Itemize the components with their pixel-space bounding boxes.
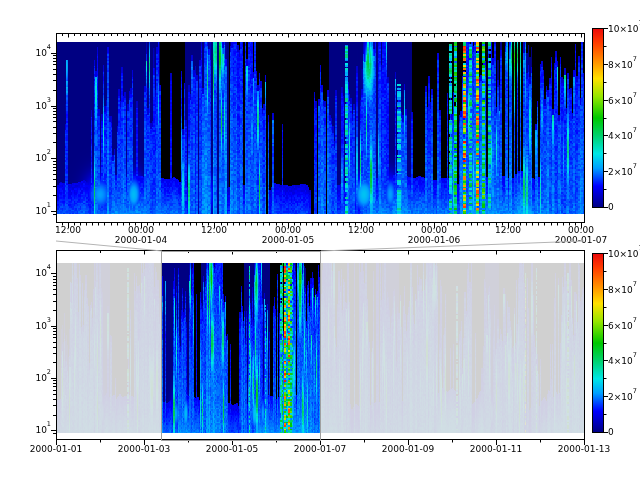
bottom-x-date-label: 2000-01-01 bbox=[30, 444, 82, 454]
top-x-time-label: 00:00 bbox=[128, 225, 154, 235]
bottom-x-date-label: 2000-01-03 bbox=[118, 444, 170, 454]
bottom-x-date-label: 2000-01-13 bbox=[558, 444, 610, 454]
bottom-x-date-label: 2000-01-05 bbox=[206, 444, 258, 454]
top-panel-plot-area[interactable] bbox=[56, 33, 584, 222]
bottom-x-date-label: 2000-01-11 bbox=[470, 444, 522, 454]
colorbar-tick-label: 2×107 bbox=[608, 391, 637, 402]
colorbar-tick-label: 2×107 bbox=[608, 166, 637, 177]
colorbar-tick-label: 8×107 bbox=[608, 59, 637, 70]
top-x-time-label: 12:00 bbox=[495, 225, 521, 235]
top-x-time-label: 12:00 bbox=[55, 225, 81, 235]
figure: 10110210310410110210310412:0000:002000-0… bbox=[0, 0, 640, 480]
y-tick-label: 102 bbox=[17, 372, 51, 383]
y-tick-label: 102 bbox=[17, 152, 51, 163]
top-x-date-label: 2000-01-07 bbox=[555, 235, 607, 245]
y-tick-label: 101 bbox=[17, 205, 51, 216]
top-x-time-label: 00:00 bbox=[568, 225, 594, 235]
top-x-time-label: 00:00 bbox=[421, 225, 447, 235]
top-x-time-label: 00:00 bbox=[275, 225, 301, 235]
y-tick-label: 103 bbox=[17, 320, 51, 331]
top-x-time-label: 12:00 bbox=[348, 225, 374, 235]
bottom-x-date-label: 2000-01-09 bbox=[382, 444, 434, 454]
top-x-date-label: 2000-01-05 bbox=[262, 235, 314, 245]
colorbar-tick-label: 10×107 bbox=[608, 248, 640, 259]
y-tick-label: 103 bbox=[17, 100, 51, 111]
y-tick-label: 101 bbox=[17, 424, 51, 435]
colorbar-tick-label: 4×107 bbox=[608, 130, 637, 141]
zoom-selection-rect[interactable] bbox=[161, 251, 321, 441]
top-x-time-label: 12:00 bbox=[201, 225, 227, 235]
top-x-date-label: 2000-01-06 bbox=[408, 235, 460, 245]
colorbar-tick-label: 0 bbox=[608, 427, 614, 437]
colorbar-tick-label: 6×107 bbox=[608, 95, 637, 106]
colorbar-tick-label: 8×107 bbox=[608, 284, 637, 295]
colorbar-tick-label: 6×107 bbox=[608, 320, 637, 331]
colorbar-tick-label: 0 bbox=[608, 202, 614, 212]
y-tick-label: 104 bbox=[17, 47, 51, 58]
top-x-date-label: 2000-01-04 bbox=[115, 235, 167, 245]
y-tick-label: 104 bbox=[17, 267, 51, 278]
colorbar-tick-label: 10×107 bbox=[608, 23, 640, 34]
bottom-x-date-label: 2000-01-07 bbox=[294, 444, 346, 454]
colorbar-tick-label: 4×107 bbox=[608, 355, 637, 366]
